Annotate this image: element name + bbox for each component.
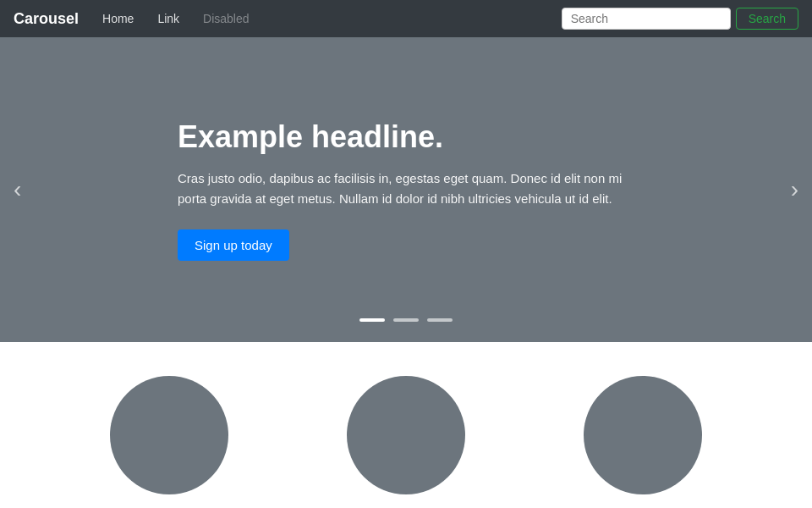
carousel-content: Example headline. Cras justo odio, dapib…: [110, 119, 702, 261]
card-1: Heading Duis mollis, est non commodo luc…: [304, 376, 508, 508]
search-input[interactable]: [562, 8, 731, 30]
nav-links: Home Link Disabled: [92, 7, 562, 30]
carousel-signup-button[interactable]: Sign up today: [178, 229, 289, 261]
card-0-image: [110, 376, 228, 494]
carousel-prev-button[interactable]: ‹: [0, 169, 35, 210]
carousel-headline: Example headline.: [178, 119, 634, 155]
carousel: ‹ Example headline. Cras justo odio, dap…: [0, 37, 812, 342]
navbar-brand[interactable]: Carousel: [14, 10, 79, 28]
carousel-indicator-0[interactable]: [359, 318, 385, 322]
carousel-next-button[interactable]: ›: [777, 169, 812, 210]
search-button[interactable]: Search: [736, 8, 798, 30]
nav-link-link[interactable]: Link: [147, 7, 189, 30]
carousel-text: Cras justo odio, dapibus ac facilisis in…: [178, 168, 634, 209]
card-1-image: [347, 376, 465, 494]
cards-section: Heading Donec sed odio dui. Etiam porta …: [0, 342, 812, 508]
carousel-indicator-2[interactable]: [427, 318, 453, 322]
navbar: Carousel Home Link Disabled Search: [0, 0, 812, 37]
carousel-indicators: [359, 318, 453, 322]
carousel-indicator-1[interactable]: [393, 318, 419, 322]
navbar-search: Search: [562, 8, 798, 30]
nav-link-disabled: Disabled: [193, 7, 259, 30]
nav-link-home[interactable]: Home: [92, 7, 144, 30]
card-0: Heading Donec sed odio dui. Etiam porta …: [68, 376, 271, 508]
card-2-image: [584, 376, 702, 494]
card-2: Heading Donec sed odio dui. Cras justo o…: [541, 376, 744, 508]
